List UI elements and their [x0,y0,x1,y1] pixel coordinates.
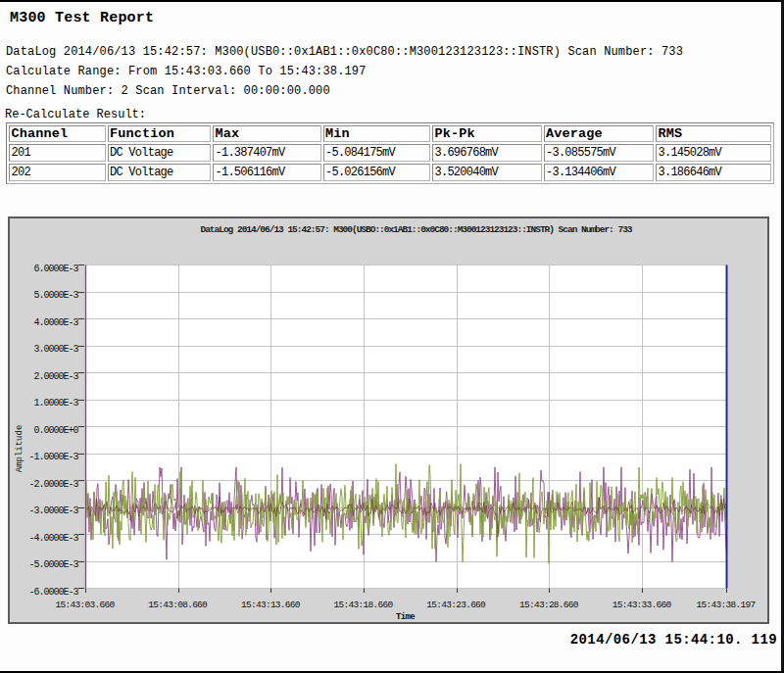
svg-text:0.0000E+0: 0.0000E+0 [33,425,78,436]
svg-text:1.0000E-3: 1.0000E-3 [33,398,78,409]
svg-text:2.0000E-3: 2.0000E-3 [33,371,78,382]
svg-text:5.0000E-3: 5.0000E-3 [33,290,78,301]
svg-text:15:43:03.660: 15:43:03.660 [56,600,116,610]
svg-text:15:43:13.660: 15:43:13.660 [241,600,301,610]
svg-text:-4.0000E-3: -4.0000E-3 [28,533,78,544]
svg-text:15:43:38.197: 15:43:38.197 [697,600,756,610]
svg-text:-3.0000E-3: -3.0000E-3 [28,505,78,516]
svg-text:15:43:28.660: 15:43:28.660 [519,600,579,610]
svg-text:Time: Time [396,612,415,622]
svg-text:-1.0000E-3: -1.0000E-3 [28,452,78,462]
svg-text:15:43:08.660: 15:43:08.660 [148,600,208,610]
svg-text:15:43:23.660: 15:43:23.660 [426,600,486,610]
svg-text:-5.0000E-3: -5.0000E-3 [28,559,78,570]
svg-text:Amplitude: Amplitude [15,425,24,473]
svg-text:DataLog 2014/06/13 15:42:57: M: DataLog 2014/06/13 15:42:57: M300(USBO::… [201,224,633,235]
svg-text:6.0000E-3: 6.0000E-3 [33,264,78,274]
svg-text:-2.0000E-3: -2.0000E-3 [28,479,78,490]
svg-text:15:43:33.660: 15:43:33.660 [612,600,672,610]
svg-text:-6.0000E-3: -6.0000E-3 [28,587,78,598]
svg-text:15:43:18.660: 15:43:18.660 [334,600,394,610]
svg-text:3.0000E-3: 3.0000E-3 [33,344,78,355]
svg-text:4.0000E-3: 4.0000E-3 [33,317,78,328]
